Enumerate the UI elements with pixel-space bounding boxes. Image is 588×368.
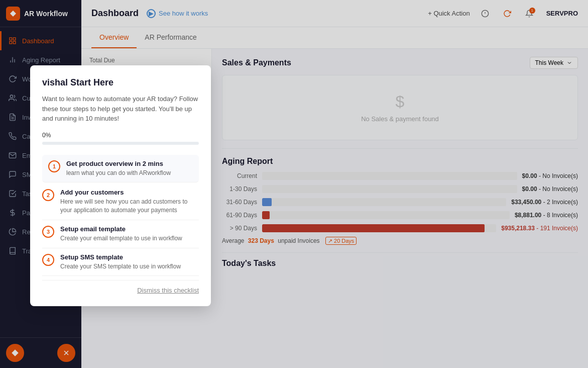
popup-description: Want to learn how to automate your AR to…	[42, 94, 199, 124]
checklist-num-1: 1	[48, 160, 60, 172]
popup-footer: Dismiss this checklist	[42, 280, 199, 294]
checklist-num-2: 2	[42, 189, 54, 201]
popup-progress-label: 0%	[42, 132, 199, 139]
checklist-desc-4: Create your SMS template to use in workf…	[60, 262, 199, 271]
checklist-title-1: Get product overview in 2 mins	[66, 160, 193, 167]
checklist-item-2[interactable]: 2 Add your customers Here we will see ho…	[42, 183, 199, 220]
checklist-content-2: Add your customers Here we will see how …	[60, 189, 199, 215]
checklist-content-1: Get product overview in 2 mins learn wha…	[66, 160, 193, 177]
checklist-title-4: Setup SMS template	[60, 253, 199, 261]
checklist-item-4[interactable]: 4 Setup SMS template Create your SMS tem…	[42, 248, 199, 277]
popup-progress-bar	[42, 142, 199, 145]
checklist-desc-2: Here we will see how you can add custome…	[60, 198, 199, 215]
checklist-desc-3: Create your email template to use in wor…	[60, 234, 199, 243]
checklist-item-1[interactable]: 1 Get product overview in 2 mins learn w…	[42, 155, 199, 183]
start-here-popup: vishal Start Here Want to learn how to a…	[30, 65, 211, 306]
checklist-title-2: Add your customers	[60, 189, 199, 196]
popup-title: vishal Start Here	[42, 77, 199, 88]
checklist-title-3: Setup email template	[60, 225, 199, 233]
dismiss-button[interactable]: Dismiss this checklist	[137, 287, 199, 294]
checklist-num-3: 3	[42, 226, 54, 238]
checklist-item-3[interactable]: 3 Setup email template Create your email…	[42, 220, 199, 248]
checklist-content-3: Setup email template Create your email t…	[60, 225, 199, 243]
checklist-content-4: Setup SMS template Create your SMS templ…	[60, 253, 199, 271]
checklist-desc-1: learn what you can do with ARworkflow	[66, 169, 193, 177]
checklist-num-4: 4	[42, 254, 54, 266]
